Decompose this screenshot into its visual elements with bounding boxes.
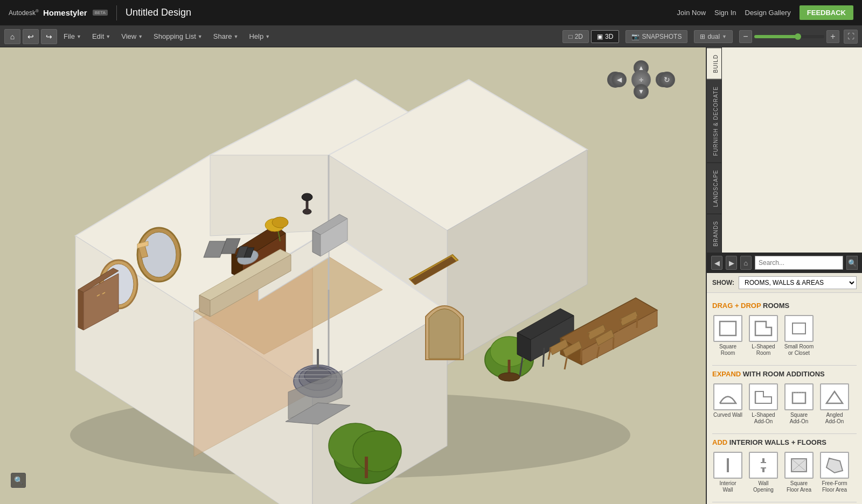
right-sidebar: BUILD FURNISH & DECORATE LANDSCAPE BRAND… <box>706 47 862 504</box>
svg-marker-97 <box>755 391 771 403</box>
curved-wall-label: Curved Wall <box>713 412 742 418</box>
help-menu[interactable]: Help ▼ <box>245 30 274 43</box>
view-3d-button[interactable]: ▣ 3D <box>591 30 619 43</box>
design-gallery-link[interactable]: Design Gallery <box>745 9 791 17</box>
zoom-out-button[interactable]: − <box>739 30 752 43</box>
redo-button[interactable]: ↪ <box>41 29 57 44</box>
top-bar: Autodesk® Homestyler BETA Untitled Desig… <box>0 0 862 26</box>
l-shaped-add-on-label: L-ShapedAdd-On <box>752 412 775 425</box>
curved-wall-thumb <box>713 383 742 410</box>
expand-header: EXPAND WITH ROOM ADDITIONS <box>712 370 857 378</box>
wall-opening-item[interactable]: WallOpening <box>748 452 779 493</box>
additions-grid: Curved Wall L-ShapedAdd-On <box>712 383 857 425</box>
section-divider-1 <box>712 365 857 366</box>
expand-normal: WITH ROOM ADDITIONS <box>743 370 825 378</box>
curved-wall-item[interactable]: Curved Wall <box>712 383 743 425</box>
l-shaped-add-on-thumb <box>749 383 778 410</box>
svg-marker-37 <box>78 290 84 330</box>
svg-rect-99 <box>793 393 805 403</box>
l-shaped-add-on-item[interactable]: L-ShapedAdd-On <box>748 383 779 425</box>
expand-highlight: EXPAND <box>712 370 741 378</box>
dual-button[interactable]: ⊞ dual ▼ <box>694 30 733 43</box>
help-arrow: ▼ <box>265 34 270 39</box>
sidebar-main-area: ◀ ▶ ⌂ 🔍 SHOW: ROOMS, WALLS & AREAS FURNI… <box>707 253 862 504</box>
logo-divider <box>116 5 117 20</box>
view-label: View <box>121 32 136 40</box>
square-add-on-item[interactable]: SquareAdd-On <box>783 383 815 425</box>
sidebar-back-button[interactable]: ◀ <box>711 256 722 270</box>
l-shaped-room-item[interactable]: L-ShapedRoom <box>748 315 779 356</box>
free-form-floor-thumb <box>820 452 849 479</box>
svg-point-52 <box>353 431 401 472</box>
help-label: Help <box>249 32 263 40</box>
sidebar-content-area: DRAG + DROP ROOMS SquareRoom <box>707 293 862 504</box>
view-3d-icon: ▣ <box>597 33 603 40</box>
viewport-search-button[interactable]: 🔍 <box>11 473 26 488</box>
share-arrow: ▼ <box>233 34 238 39</box>
sidebar-search-input[interactable] <box>755 256 843 270</box>
nav-down-button[interactable]: ▼ <box>634 84 649 99</box>
furnish-decorate-tab[interactable]: FURNISH & DECORATE <box>707 79 721 163</box>
dual-icon: ⊞ <box>700 33 705 40</box>
fullscreen-button[interactable]: ⛶ <box>844 30 858 44</box>
square-floor-label: SquareFloor Area <box>787 480 811 493</box>
nav-ring: ↺ ▲ ◀ ✛ ▶ ▼ ↻ <box>611 60 671 99</box>
section-divider-2 <box>712 433 857 434</box>
snapshots-label: SNAPSHOTS <box>642 33 682 40</box>
svg-marker-101 <box>826 391 843 403</box>
design-title: Untitled Design <box>126 7 191 18</box>
angled-add-on-item[interactable]: AngledAdd-On <box>819 383 850 425</box>
shopping-list-label: Shopping List <box>154 32 196 40</box>
home-button[interactable]: ⌂ <box>4 29 20 44</box>
shopping-list-menu[interactable]: Shopping List ▼ <box>149 30 207 43</box>
feedback-button[interactable]: FEEDBACK <box>800 5 853 20</box>
homestyler-logo: Homestyler <box>43 8 87 17</box>
svg-rect-92 <box>720 321 736 335</box>
sidebar-home-button[interactable]: ⌂ <box>740 256 752 270</box>
square-room-item[interactable]: SquareRoom <box>712 315 743 356</box>
edit-menu[interactable]: Edit ▼ <box>88 30 115 43</box>
show-dropdown[interactable]: ROOMS, WALLS & AREAS FURNITURE ALL <box>739 276 857 289</box>
share-menu[interactable]: Share ▼ <box>209 30 243 43</box>
show-row: SHOW: ROOMS, WALLS & AREAS FURNITURE ALL <box>707 273 862 293</box>
small-room-thumb <box>784 315 814 342</box>
square-room-label: SquareRoom <box>719 344 736 356</box>
shopping-list-arrow: ▼ <box>198 34 203 39</box>
small-room-item[interactable]: Small Roomor Closet <box>783 315 815 356</box>
snapshots-button[interactable]: 📷 SNAPSHOTS <box>625 30 687 43</box>
rotate-right-button[interactable]: ↻ <box>659 72 675 88</box>
svg-point-86 <box>302 193 312 201</box>
nav-left-button[interactable]: ◀ <box>611 72 627 87</box>
sign-in-link[interactable]: Sign In <box>714 9 736 17</box>
file-menu[interactable]: File ▼ <box>59 30 86 43</box>
sidebar-search-button[interactable]: 🔍 <box>846 256 858 270</box>
interior-walls-header: ADD INTERIOR WALLS + FLOORS <box>712 438 857 446</box>
walls-floors-grid: InteriorWall WallOpening <box>712 452 857 493</box>
sidebar-tabs-strip: BUILD FURNISH & DECORATE LANDSCAPE BRAND… <box>707 47 722 253</box>
interior-wall-item[interactable]: InteriorWall <box>712 452 743 493</box>
zoom-controls: − + <box>739 30 839 43</box>
zoom-in-button[interactable]: + <box>826 30 839 43</box>
free-form-floor-label: Free-FormFloor Area <box>822 480 847 493</box>
l-shaped-room-thumb <box>749 315 778 342</box>
brands-tab[interactable]: BRANDS <box>707 214 721 253</box>
join-now-link[interactable]: Join Now <box>677 9 706 17</box>
view-2d-button[interactable]: □ 2D <box>562 30 589 43</box>
square-floor-item[interactable]: SquareFloor Area <box>783 452 815 493</box>
svg-point-57 <box>498 373 520 381</box>
build-tab[interactable]: BUILD <box>707 47 721 79</box>
viewport[interactable]: ↺ ▲ ◀ ✛ ▶ ▼ ↻ <box>0 47 706 504</box>
landscape-tab[interactable]: LANDSCAPE <box>707 163 721 214</box>
svg-marker-110 <box>826 458 843 473</box>
sidebar-forward-button[interactable]: ▶ <box>726 256 737 270</box>
show-label: SHOW: <box>712 279 734 286</box>
undo-button[interactable]: ↩ <box>23 29 39 44</box>
svg-point-89 <box>272 217 288 228</box>
svg-rect-94 <box>793 323 805 334</box>
free-form-floor-item[interactable]: Free-FormFloor Area <box>819 452 850 493</box>
logo-area: Autodesk® Homestyler BETA <box>9 8 108 17</box>
drag-drop-highlight: DRAG + DROP <box>712 302 761 310</box>
zoom-slider-thumb[interactable] <box>795 33 801 40</box>
view-menu[interactable]: View ▼ <box>117 30 147 43</box>
zoom-slider-track <box>754 35 824 38</box>
